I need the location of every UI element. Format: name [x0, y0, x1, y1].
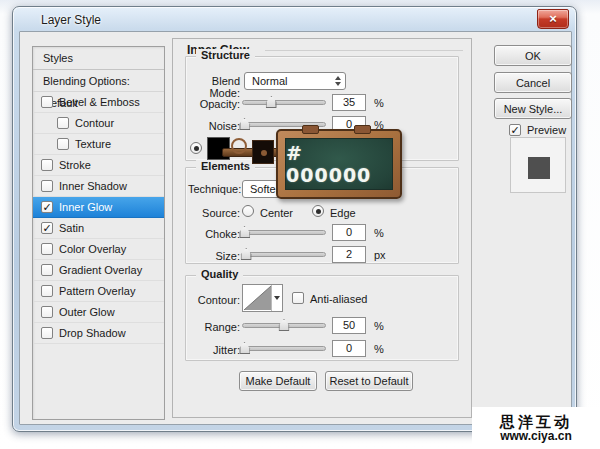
contour-label: Contour:: [188, 294, 240, 306]
style-item-checkbox[interactable]: [41, 96, 53, 108]
style-item-label: Drop Shadow: [59, 327, 126, 339]
jitter-input[interactable]: 0: [332, 340, 366, 357]
source-edge-label: Edge: [330, 207, 356, 219]
antialiased-checkbox[interactable]: [292, 292, 304, 304]
choke-slider[interactable]: [242, 226, 326, 238]
style-item-checkbox[interactable]: [41, 180, 53, 192]
cancel-button[interactable]: Cancel: [494, 72, 572, 93]
contour-shape-icon: [243, 285, 272, 311]
reset-to-default-button[interactable]: Reset to Default: [325, 371, 413, 391]
style-item-checkbox[interactable]: [41, 159, 53, 171]
contour-thumbnail: [243, 285, 272, 311]
style-item-label: Satin: [59, 222, 84, 234]
color-source-radio[interactable]: [190, 142, 202, 154]
style-list-item[interactable]: Inner Shadow: [33, 176, 164, 197]
jitter-slider-track[interactable]: [242, 346, 326, 351]
style-item-label: Outer Glow: [59, 306, 115, 318]
noise-slider-thumb[interactable]: [239, 118, 250, 130]
style-item-label: Stroke: [59, 159, 91, 171]
blend-mode-select[interactable]: Normal: [244, 72, 346, 90]
styles-header: Styles: [33, 47, 164, 70]
style-list-item[interactable]: Outer Glow: [33, 302, 164, 323]
size-input[interactable]: 2: [332, 246, 366, 263]
opacity-input[interactable]: 35: [332, 94, 366, 111]
opacity-slider-thumb[interactable]: [266, 96, 277, 108]
blend-mode-value: Normal: [252, 75, 287, 87]
style-list-item[interactable]: ✓ Satin: [33, 218, 164, 239]
jitter-label: Jitter:: [188, 344, 240, 356]
opacity-slider[interactable]: [242, 96, 326, 108]
window-title: Layer Style: [41, 13, 101, 27]
style-item-label: Contour: [75, 117, 114, 129]
style-item-label: Pattern Overlay: [59, 285, 135, 297]
size-unit: px: [374, 249, 386, 261]
style-list-item[interactable]: Drop Shadow: [33, 323, 164, 344]
updown-arrows-icon: [329, 76, 341, 86]
jitter-unit: %: [374, 343, 384, 355]
style-item-checkbox[interactable]: [41, 243, 53, 255]
make-default-button[interactable]: Make Default: [239, 371, 317, 391]
choke-label: Choke:: [188, 228, 240, 240]
style-list-item[interactable]: Color Overlay: [33, 239, 164, 260]
style-item-label: Texture: [75, 138, 111, 150]
size-slider[interactable]: [242, 248, 326, 260]
opacity-unit: %: [374, 97, 384, 109]
hex-color-text: # 000000: [286, 142, 392, 186]
size-slider-thumb[interactable]: [241, 248, 252, 260]
preview-swatch: [528, 157, 550, 179]
contour-dropdown-icon[interactable]: [272, 285, 282, 311]
choke-input[interactable]: 0: [332, 224, 366, 241]
jitter-slider[interactable]: [242, 342, 326, 354]
opacity-slider-track[interactable]: [242, 100, 326, 105]
range-slider-thumb[interactable]: [279, 319, 290, 331]
color-annotation-chalkboard: # 000000: [276, 129, 402, 199]
title-divider: [265, 50, 463, 51]
quality-group: Quality Contour: Anti-aliased Range:: [185, 275, 459, 361]
ok-button[interactable]: OK: [494, 45, 572, 66]
style-list-item[interactable]: Contour: [33, 113, 164, 134]
preview-checkbox[interactable]: ✓: [509, 124, 521, 136]
range-input[interactable]: 50: [332, 317, 366, 334]
contour-picker[interactable]: [242, 284, 283, 312]
style-item-checkbox[interactable]: ✓: [41, 201, 53, 213]
style-item-label: Inner Glow: [59, 201, 112, 213]
style-list-item[interactable]: Gradient Overlay: [33, 260, 164, 281]
styles-rows: Bevel & Emboss Contour Texture Stroke In…: [33, 92, 164, 344]
style-list-item[interactable]: Pattern Overlay: [33, 281, 164, 302]
close-icon: ×: [549, 11, 557, 26]
style-item-label: Color Overlay: [59, 243, 126, 255]
inner-glow-panel: Inner Glow Structure Blend Mode: Normal …: [172, 38, 472, 418]
choke-slider-track[interactable]: [242, 230, 326, 235]
titlebar[interactable]: Layer Style ×: [13, 7, 576, 31]
watermark-url: www.ciya.cn: [500, 430, 572, 443]
size-slider-track[interactable]: [242, 252, 326, 257]
blend-mode-label: Blend Mode:: [188, 75, 240, 99]
source-center-radio[interactable]: [242, 205, 254, 217]
choke-slider-thumb[interactable]: [239, 226, 250, 238]
style-item-checkbox[interactable]: [57, 138, 69, 150]
style-list-item[interactable]: Texture: [33, 134, 164, 155]
style-item-checkbox[interactable]: [41, 306, 53, 318]
style-list-item[interactable]: Stroke: [33, 155, 164, 176]
range-slider[interactable]: [242, 319, 326, 331]
style-item-label: Gradient Overlay: [59, 264, 142, 276]
style-item-checkbox[interactable]: [41, 327, 53, 339]
blending-options-row[interactable]: Blending Options: Default: [33, 70, 164, 92]
style-item-checkbox[interactable]: [41, 285, 53, 297]
new-style-button[interactable]: New Style...: [494, 98, 572, 119]
technique-value: Softer: [250, 183, 279, 195]
style-item-checkbox[interactable]: [41, 264, 53, 276]
jitter-slider-thumb[interactable]: [239, 342, 250, 354]
style-item-checkbox[interactable]: ✓: [41, 222, 53, 234]
preview-toggle[interactable]: ✓ Preview: [509, 124, 566, 136]
source-label: Source:: [188, 207, 240, 219]
preview-thumbnail: [510, 137, 566, 193]
style-item-label: Bevel & Emboss: [59, 96, 140, 108]
close-button[interactable]: ×: [537, 9, 569, 29]
annotation-ring-icon: [231, 138, 247, 154]
style-item-checkbox[interactable]: [57, 117, 69, 129]
style-list-item[interactable]: ✓ Inner Glow: [33, 197, 164, 218]
source-edge-radio[interactable]: [312, 205, 324, 217]
elements-label: Elements: [196, 160, 255, 172]
source-center-label: Center: [260, 207, 293, 219]
